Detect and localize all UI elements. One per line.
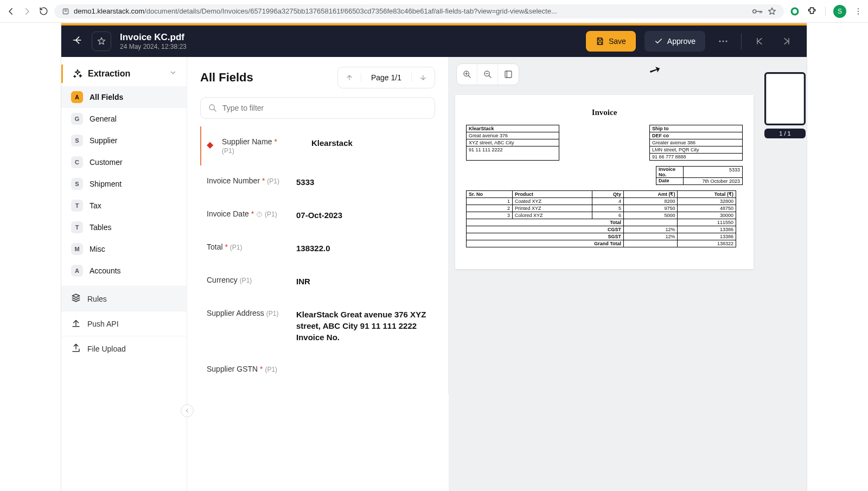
sidebar-item-supplier[interactable]: SSupplier [61, 130, 187, 151]
extensions-icon[interactable] [808, 7, 818, 16]
field-row-currency[interactable]: Currency (P1)INR [200, 265, 435, 298]
field-label: Supplier Address [207, 309, 264, 317]
tool-label: Rules [87, 295, 107, 303]
sidebar: Extraction AAll FieldsGGeneralSSupplierC… [61, 57, 187, 491]
sidebar-item-tables[interactable]: TTables [61, 216, 187, 238]
sidebar-item-misc[interactable]: MMisc [61, 238, 187, 260]
svg-point-5 [858, 10, 859, 11]
more-actions-button[interactable] [714, 40, 732, 43]
tool-label: Push API [87, 320, 119, 328]
search-icon [208, 104, 217, 112]
browser-reload-icon[interactable] [38, 6, 49, 17]
sidebar-badge: A [71, 91, 83, 103]
field-row-supplier-name[interactable]: ◆Supplier Name *(P1)Klearstack [200, 126, 435, 165]
field-value: 5333 [296, 176, 430, 188]
sidebar-item-all-fields[interactable]: AAll Fields [61, 86, 187, 108]
sidebar-item-customer[interactable]: CCustomer [61, 151, 187, 173]
field-row-invoice-number[interactable]: Invoice Number * (P1)5333 [200, 165, 435, 199]
doc-invoice-meta: Invoice No.5333 Date7th October 2023 [656, 166, 743, 185]
password-icon[interactable] [752, 8, 762, 15]
warning-icon: ◆ [207, 139, 214, 150]
field-row-total[interactable]: Total * (P1)138322.0 [200, 232, 435, 265]
field-label: Total [207, 243, 223, 251]
document-preview[interactable]: Invoice KlearStackGreat avenue 376XYZ st… [455, 95, 754, 269]
document-title: Invoice KC.pdf [120, 32, 577, 43]
favorite-button[interactable] [92, 31, 111, 51]
site-info-icon [62, 8, 69, 15]
thumbnail-label: 1 / 1 [764, 129, 806, 138]
svg-point-3 [793, 9, 797, 13]
sidebar-badge: S [71, 135, 83, 146]
check-icon [654, 37, 663, 46]
field-value: KlearStack Great avenue 376 XYZ street, … [296, 309, 430, 343]
svg-rect-14 [505, 71, 512, 78]
sidebar-badge: T [71, 200, 83, 212]
sidebar-item-label: All Fields [90, 93, 123, 101]
sidebar-item-accounts[interactable]: AAccounts [61, 260, 187, 282]
field-value: 138322.0 [296, 243, 430, 254]
sidebar-section-label: Extraction [88, 69, 130, 79]
tool-label: File Upload [87, 345, 126, 353]
page-prev-button[interactable] [338, 74, 361, 81]
svg-point-1 [753, 10, 756, 13]
tool-pushapi[interactable]: Push API [61, 311, 187, 336]
browser-chrome: demo1.klearstack.com/document/details/De… [0, 0, 868, 23]
sidebar-item-label: Supplier [90, 136, 117, 145]
field-value: INR [296, 276, 430, 287]
browser-back-icon[interactable] [5, 6, 16, 17]
prev-doc-button[interactable] [750, 37, 769, 46]
sidebar-item-general[interactable]: GGeneral [61, 108, 187, 130]
approve-label: Approve [667, 37, 695, 46]
url-domain: demo1.klearstack.com/document/details/De… [74, 7, 557, 15]
panel-heading: All Fields [200, 71, 253, 85]
sidebar-badge: G [71, 113, 83, 125]
chevron-down-icon [169, 69, 177, 79]
page-thumbnail[interactable] [764, 72, 806, 125]
next-doc-button[interactable] [777, 37, 796, 46]
back-button[interactable] [72, 35, 83, 48]
sidebar-item-tax[interactable]: TTax [61, 195, 187, 216]
svg-point-6 [858, 13, 859, 14]
thumbnail-strip: 1 / 1 [760, 57, 807, 491]
browser-forward-icon[interactable] [22, 6, 33, 17]
help-icon [256, 211, 263, 218]
star-icon[interactable] [768, 7, 776, 16]
svg-point-4 [858, 8, 859, 9]
sidebar-item-label: Misc [90, 245, 105, 253]
sidebar-item-label: Shipment [90, 180, 122, 188]
page-next-button[interactable] [412, 74, 435, 81]
browser-menu-icon[interactable] [854, 7, 863, 16]
chrome-divider [825, 7, 826, 16]
tool-rules[interactable]: Rules [61, 286, 187, 311]
sidebar-section-extraction[interactable]: Extraction [61, 65, 187, 83]
sidebar-badge: A [71, 265, 83, 277]
save-button[interactable]: Save [586, 31, 636, 52]
sidebar-item-shipment[interactable]: SShipment [61, 173, 187, 195]
fit-screen-button[interactable] [498, 64, 519, 85]
collapse-handle[interactable] [181, 404, 194, 417]
svg-point-9 [726, 41, 727, 42]
url-bar[interactable]: demo1.klearstack.com/document/details/De… [54, 4, 784, 18]
svg-point-7 [719, 41, 721, 42]
pushapi-icon [71, 318, 81, 329]
field-row-supplier-address[interactable]: Supplier Address (P1)KlearStack Great av… [200, 298, 435, 354]
approve-button[interactable]: Approve [644, 31, 705, 52]
extension1-icon[interactable] [789, 6, 800, 17]
tool-fileupload[interactable]: File Upload [61, 336, 187, 361]
field-label: Supplier GSTN [207, 365, 258, 373]
field-row-supplier-gstn[interactable]: Supplier GSTN * (P1) [200, 354, 435, 384]
filter-input[interactable] [222, 104, 427, 112]
zoom-out-button[interactable] [477, 64, 498, 85]
field-row-invoice-date[interactable]: Invoice Date * (P1)07-Oct-2023 [200, 199, 435, 232]
zoom-in-button[interactable] [457, 64, 477, 85]
svg-point-8 [723, 41, 724, 42]
fields-panel: All Fields Page 1/1 ◆Supplier Name *(P1)… [187, 57, 449, 394]
doc-from-box: KlearStackGreat avenue 376XYZ street, AB… [466, 125, 559, 161]
document-timestamp: 24 May 2024, 12:38:23 [120, 43, 577, 50]
field-label: Supplier Name [222, 137, 272, 146]
sidebar-item-label: Customer [90, 158, 123, 167]
profile-avatar[interactable]: S [833, 5, 846, 18]
doc-shipto-box: Ship toDEF coGreater avenue 386LMN stree… [649, 125, 743, 161]
app-header: Invoice KC.pdf 24 May 2024, 12:38:23 Sav… [61, 25, 807, 57]
header-divider [741, 33, 742, 49]
